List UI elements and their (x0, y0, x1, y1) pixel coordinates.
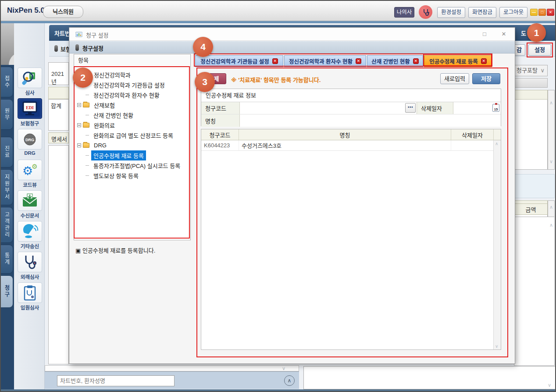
scroll-down-icon[interactable]: ∨ (549, 159, 553, 164)
module-tab-지원부서[interactable]: 지원부서 (1, 169, 13, 205)
material-grid: 청구코드명칭삭제일자 K6044223수성거즈에스3호 ∧ ∨ (201, 129, 501, 350)
grid-cell (451, 140, 494, 150)
lookup-dots-button[interactable]: ⋯ (405, 103, 416, 113)
scrollbar-fragment[interactable]: ∧ ∨ (548, 90, 555, 170)
tab-label: 정신건강의학과 환자수 현황 (289, 57, 353, 65)
clipboard-stethoscope-icon (18, 282, 42, 303)
save-button[interactable]: 저장 (472, 73, 500, 84)
annotation-circle-2: 2 (73, 68, 93, 88)
accent-strip (1, 21, 556, 23)
tree-expander-icon[interactable] (77, 123, 81, 127)
nav-item-기타송신[interactable]: 기타송신 (17, 221, 43, 249)
gears-icon: ⚙⚙ (18, 160, 42, 180)
grid-scrollbar[interactable]: ∧ ∨ (493, 140, 501, 349)
tree-item-label: 정신건강의학과 (92, 70, 133, 80)
module-tab-원무[interactable]: 원무 (1, 99, 13, 130)
doctor-status-icon[interactable] (419, 5, 432, 19)
tree-connector (86, 155, 89, 156)
nav-item-label: 외래심사 (17, 273, 43, 280)
env-settings-button[interactable]: 환경설정 (437, 7, 465, 18)
nav-item-수신문서[interactable]: 수신문서 (17, 190, 43, 219)
tree-item[interactable]: 통증자가조절법(PCA) 실시코드 등록 (74, 160, 190, 171)
minimize-button[interactable]: — (530, 9, 538, 16)
grid-column-header: 삭제일자 (451, 129, 494, 140)
nav-item-외래심사[interactable]: 외래심사 (17, 252, 43, 280)
tree-item[interactable]: 정신건강의학과 환자수 현황 (74, 90, 190, 100)
scroll-down-icon[interactable]: ∨ (495, 344, 498, 349)
claim-code-row: 청구코드 ⋯ 삭제일자 15 (201, 102, 501, 114)
dialog-close-button[interactable]: ✕ (499, 30, 509, 39)
tree-item-label: 산재 간병인 현황 (91, 110, 135, 120)
module-tab-통계[interactable]: 통계 (1, 245, 13, 274)
content-tab-2[interactable]: 정신건강의학과 환자수 현황✕ (284, 55, 366, 67)
claim-code-field[interactable] (240, 102, 405, 114)
tree-item-description: ▣ 인공수정체 재료를 등록합니다. (75, 246, 189, 254)
tree-item[interactable]: 별도보상 항목 등록 (74, 171, 190, 181)
close-button[interactable]: ✕ (547, 9, 554, 16)
content-tab-3[interactable]: 산재 간병인 현황✕ (367, 55, 423, 67)
collapse-up-icon[interactable]: ∧ (284, 375, 295, 386)
nav-item-입원심사[interactable]: 입원심사 (17, 282, 43, 311)
left-panel-scroll[interactable]: ∨ (45, 365, 299, 371)
dialog-title-bar[interactable]: 청구 설정 □ ✕ (69, 28, 515, 41)
tree-item[interactable]: 산재 간병인 현황 (74, 110, 190, 120)
satellite-icon (18, 221, 42, 242)
tab-close-icon[interactable]: ✕ (272, 58, 278, 64)
nav-item-label: 심사 (17, 89, 43, 96)
tree-item-label: 별도보상 항목 등록 (91, 171, 141, 181)
tab-close-icon[interactable]: ✕ (356, 58, 361, 64)
logout-button[interactable]: 로그아웃 (499, 7, 527, 18)
drg-icon: DRG (18, 129, 42, 150)
nav-item-코드뷰[interactable]: ⚙⚙코드뷰 (17, 160, 43, 188)
portal-dropdown[interactable]: 청구포탈 ∨ (514, 65, 548, 76)
scroll-up-icon[interactable]: ∧ (495, 141, 498, 146)
clinic-tab[interactable]: 닉스의원 (43, 6, 83, 18)
calendar-icon[interactable]: 15 (492, 104, 499, 112)
tree-item[interactable]: 완화의료 (74, 120, 190, 130)
scroll-down-icon[interactable]: ∨ (282, 366, 285, 371)
tab-close-icon[interactable]: ✕ (481, 58, 487, 64)
tab-close-icon[interactable]: ✕ (413, 58, 419, 64)
tree-expander-icon[interactable] (77, 103, 81, 107)
table-header-fragment (48, 87, 69, 99)
module-tab-고객관리[interactable]: 고객관리 (1, 207, 13, 243)
scroll-up-icon[interactable]: ∧ (549, 204, 553, 210)
amount-header-cell: 금액 (514, 203, 548, 215)
search-input[interactable] (57, 375, 175, 386)
tree-item[interactable]: 산재보험 (74, 100, 190, 110)
scroll-up-icon[interactable]: ∧ (549, 100, 553, 106)
dialog-restore-button[interactable]: □ (480, 30, 489, 39)
tree-item-label: 인공수정체 재료 등록 (91, 150, 146, 160)
tree-item[interactable]: 완화의료 급여 별도 산정코드 등록 (74, 130, 190, 140)
groupbox-title: 인공수정체 재료 정보 (201, 89, 501, 102)
bottom-status-strip (1, 389, 556, 392)
module-tab-접수[interactable]: 접수 (1, 67, 13, 97)
table-row[interactable]: K6044223수성거즈에스3호 (201, 140, 501, 151)
content-tab-4[interactable]: 인공수정체 재료 등록✕ (424, 55, 492, 67)
tree-expander-icon[interactable] (77, 143, 81, 147)
nav-item-보험청구[interactable]: EDI보험청구 (17, 98, 43, 127)
screen-lock-button[interactable]: 화면잠금 (468, 7, 496, 18)
grid-body-fragment3: ∧ (514, 217, 555, 366)
tree-item[interactable]: 인공수정체 재료 등록 (74, 150, 190, 160)
nav-item-심사[interactable]: 심사 (17, 68, 43, 96)
delete-date-field[interactable] (453, 105, 490, 111)
settings-button[interactable]: 설정 (528, 44, 551, 56)
tab-label: 인공수정체 재료 등록 (429, 57, 478, 65)
name-field[interactable] (240, 114, 501, 127)
tree-item-label: 완화의료 (92, 120, 117, 130)
user-badge-button[interactable]: 나의사 (394, 7, 414, 18)
module-tab-청구[interactable]: 청구 (1, 275, 13, 308)
patient-search-bar: ∧ (45, 371, 299, 389)
new-input-button[interactable]: 새로입력 (440, 73, 469, 84)
scroll-up-icon[interactable]: ∧ (549, 222, 553, 228)
help-menu-partial[interactable]: 도 (521, 29, 526, 37)
nav-item-DRG[interactable]: DRGDRG (17, 129, 43, 156)
content-tab-1[interactable]: 정신건강의학과 기관등급 설정✕ (195, 55, 283, 67)
tree-item[interactable]: DRG (74, 140, 190, 150)
tree-item-label: 정신건강의학과 환자수 현황 (91, 90, 162, 100)
module-tab-진료[interactable]: 진료 (1, 137, 13, 167)
restore-button[interactable]: □ (538, 9, 546, 16)
panel-fragment (514, 174, 555, 198)
scroll-down-icon[interactable]: ∨ (548, 382, 551, 388)
